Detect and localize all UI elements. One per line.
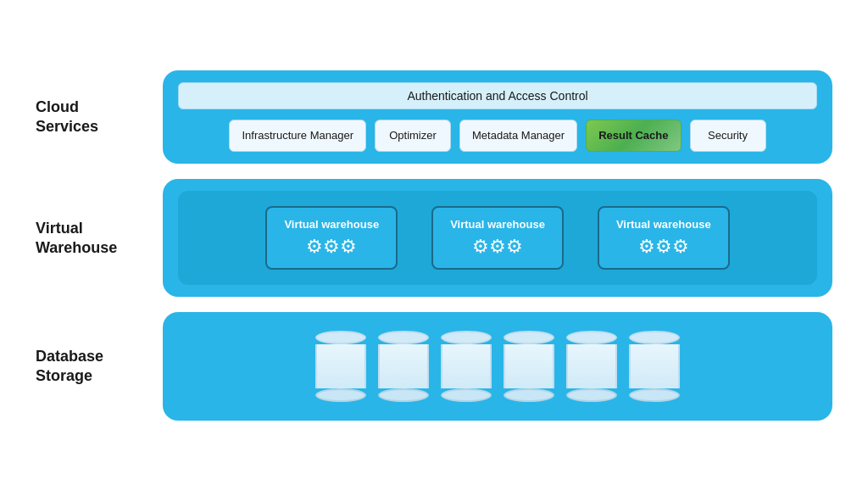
cyl-5-body xyxy=(566,344,617,388)
cylinder-2 xyxy=(378,331,429,402)
database-storage-label: Database Storage xyxy=(36,347,146,387)
database-storage-row: Database Storage xyxy=(36,312,832,421)
cylinder-3 xyxy=(441,331,492,402)
cyl-1-top xyxy=(315,331,366,344)
cyl-6-body xyxy=(629,344,680,388)
optimizer-label: Optimizer xyxy=(389,129,437,143)
auth-bar: Authentication and Access Control xyxy=(178,82,817,109)
warehouse-unit-2: Virtual warehouse ⚙⚙⚙ xyxy=(431,206,564,270)
cyl-2-top xyxy=(378,331,429,344)
virtual-warehouse-label: Virtual Warehouse xyxy=(36,219,146,259)
database-storage-box xyxy=(163,312,832,421)
cloud-services-box: Authentication and Access Control Infras… xyxy=(163,70,832,165)
virtual-warehouse-inner: Virtual warehouse ⚙⚙⚙ Virtual warehouse … xyxy=(178,191,817,285)
virtual-warehouse-box: Virtual warehouse ⚙⚙⚙ Virtual warehouse … xyxy=(163,179,832,297)
metadata-manager-box: Metadata Manager xyxy=(459,120,577,153)
virtual-warehouse-row: Virtual Warehouse Virtual warehouse ⚙⚙⚙ … xyxy=(36,179,832,297)
cylinder-5 xyxy=(566,331,617,402)
cyl-5-top xyxy=(566,331,617,344)
warehouse-unit-3: Virtual warehouse ⚙⚙⚙ xyxy=(598,206,730,270)
warehouse-unit-2-title: Virtual warehouse xyxy=(450,218,545,231)
warehouse-unit-1-gears: ⚙⚙⚙ xyxy=(284,236,379,258)
cyl-4-body xyxy=(504,344,554,388)
cyl-3-body xyxy=(441,344,492,388)
infra-manager-box: Infrastructure Manager xyxy=(229,120,366,153)
result-cache-label: Result Cache xyxy=(598,129,668,143)
cyl-2-bottom xyxy=(378,388,429,402)
warehouse-unit-3-title: Virtual warehouse xyxy=(616,218,711,231)
cyl-5-bottom xyxy=(566,388,617,402)
warehouse-unit-1-title: Virtual warehouse xyxy=(284,218,379,231)
cyl-4-top xyxy=(504,331,554,344)
security-box: Security xyxy=(690,120,766,153)
cloud-services-row: Cloud Services Authentication and Access… xyxy=(36,70,832,165)
warehouse-unit-1: Virtual warehouse ⚙⚙⚙ xyxy=(265,206,398,270)
warehouse-unit-2-gears: ⚙⚙⚙ xyxy=(450,236,545,258)
cyl-6-top xyxy=(629,331,680,344)
result-cache-box: Result Cache xyxy=(586,120,681,153)
cylinder-4 xyxy=(504,331,554,402)
optimizer-box: Optimizer xyxy=(375,120,451,153)
cyl-1-body xyxy=(315,344,366,388)
cylinder-1 xyxy=(315,331,366,402)
cyl-1-bottom xyxy=(315,388,366,402)
warehouse-unit-3-gears: ⚙⚙⚙ xyxy=(616,236,711,258)
cylinders-container xyxy=(178,324,817,409)
cyl-3-bottom xyxy=(441,388,492,402)
cloud-services-label: Cloud Services xyxy=(36,98,146,137)
cyl-3-top xyxy=(441,331,492,344)
cylinder-6 xyxy=(629,331,680,402)
cyl-6-bottom xyxy=(629,388,680,402)
cyl-4-bottom xyxy=(504,388,554,402)
infra-manager-label: Infrastructure Manager xyxy=(242,129,353,143)
cyl-2-body xyxy=(378,344,429,388)
security-label: Security xyxy=(708,129,748,143)
architecture-diagram: Cloud Services Authentication and Access… xyxy=(36,70,832,421)
metadata-manager-label: Metadata Manager xyxy=(472,129,565,143)
cloud-components-row: Infrastructure Manager Optimizer Metadat… xyxy=(178,120,817,153)
